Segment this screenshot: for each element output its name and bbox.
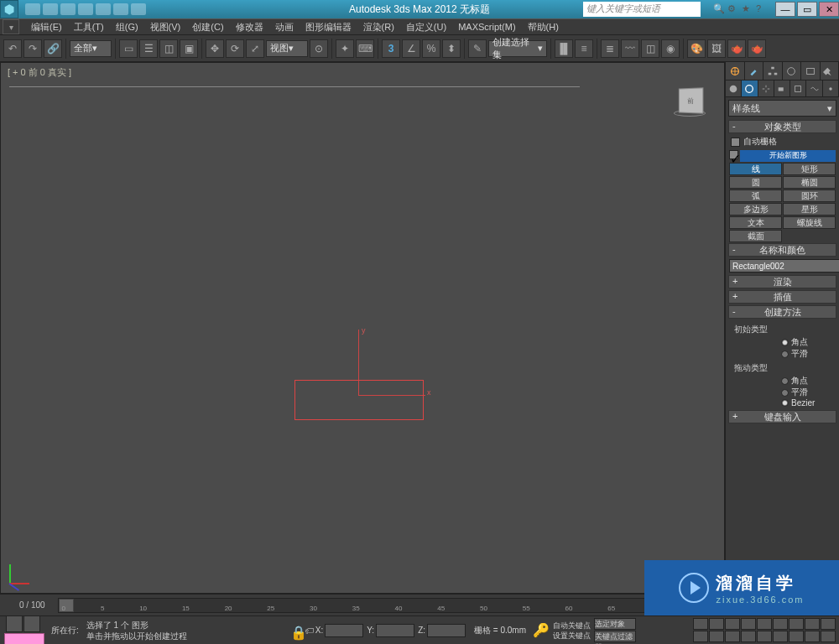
rollout-interp[interactable]: +插值	[728, 290, 836, 304]
select-name-icon[interactable]: ☰	[139, 39, 158, 58]
star-button[interactable]: 星形	[783, 203, 836, 216]
viewcube[interactable]: 前	[674, 88, 707, 122]
menu-help[interactable]: 帮助(H)	[522, 21, 565, 34]
helix-button[interactable]: 螺旋线	[783, 216, 836, 229]
qat-icon[interactable]: ?	[756, 3, 768, 15]
circle-button[interactable]: 圆	[729, 176, 782, 189]
link-icon[interactable]: 🔗	[44, 39, 62, 58]
lock-icon[interactable]: 🔒	[290, 625, 302, 636]
initial-corner-radio[interactable]: 角点	[736, 336, 829, 348]
rollout-namecolor[interactable]: -名称和颜色	[728, 243, 836, 257]
qat-icon[interactable]: ★	[742, 3, 753, 15]
nav-pan-icon[interactable]	[773, 618, 788, 630]
search-input[interactable]: 键入关键字或短语	[583, 2, 701, 17]
nav-icon[interactable]	[709, 631, 724, 642]
qat-icon[interactable]: ⚙	[727, 3, 739, 15]
nav-zoomext-icon[interactable]	[805, 618, 820, 630]
select-region-icon[interactable]: ◫	[159, 39, 178, 58]
status-btn[interactable]	[23, 615, 40, 632]
nav-icon[interactable]	[725, 631, 740, 642]
create-tab-icon[interactable]	[726, 62, 745, 80]
curve-editor-icon[interactable]: 〰	[621, 39, 639, 58]
type-dropdown[interactable]: 样条线▾	[728, 100, 836, 117]
drag-corner-radio[interactable]: 角点	[736, 375, 829, 387]
percent-snap-icon[interactable]: %	[422, 39, 440, 58]
text-button[interactable]: 文本	[729, 216, 782, 229]
key-icon[interactable]: 🔑	[533, 622, 550, 638]
nav-icon[interactable]	[821, 631, 836, 642]
nav-fov-icon[interactable]	[821, 618, 836, 630]
app-menu-icon[interactable]: ▾	[3, 19, 19, 34]
close-button[interactable]: ✕	[819, 2, 839, 17]
viewport[interactable]: [ + 0 前 0 真实 ] 前 yx	[0, 62, 725, 594]
startnew-button[interactable]: 开始新图形	[740, 150, 836, 162]
setkey-button[interactable]: 设置关键点	[553, 631, 591, 641]
menu-modifiers[interactable]: 修改器	[230, 21, 269, 34]
render-setup-icon[interactable]: 🎨	[687, 39, 706, 58]
minilistener[interactable]	[4, 633, 44, 644]
play-icon[interactable]	[725, 618, 740, 630]
motion-tab-icon[interactable]	[783, 62, 802, 80]
maximize-button[interactable]: ▭	[797, 2, 817, 17]
status-btn[interactable]	[6, 615, 23, 632]
play-end-icon[interactable]	[757, 618, 772, 630]
rectangle-button[interactable]: 矩形	[783, 163, 836, 175]
tag-icon[interactable]: 🏷	[305, 626, 314, 636]
drag-smooth-radio[interactable]: 平滑	[736, 387, 829, 398]
filter-dropdown[interactable]: 全部▾	[70, 40, 112, 57]
line-button[interactable]: 线	[729, 163, 782, 175]
rendered-frame-icon[interactable]: 🖼	[707, 39, 726, 58]
spinner-snap-icon[interactable]: ⬍	[442, 39, 461, 58]
editnamed-icon[interactable]: ✎	[468, 39, 487, 58]
keyboard-icon[interactable]: ⌨	[356, 39, 374, 58]
window-crossing-icon[interactable]: ▣	[180, 39, 198, 58]
move-icon[interactable]: ✥	[206, 39, 224, 58]
scale-icon[interactable]: ⤢	[246, 39, 264, 58]
display-tab-icon[interactable]	[801, 62, 821, 80]
refcoord-dropdown[interactable]: 视图▾	[266, 40, 308, 57]
timeconf-icon[interactable]	[693, 631, 708, 642]
drag-bezier-radio[interactable]: Bezier	[736, 398, 829, 408]
pivot-icon[interactable]: ⊙	[310, 39, 328, 58]
keymode-dropdown[interactable]: 选定对象	[594, 618, 636, 630]
play-next-icon[interactable]	[741, 618, 756, 630]
nav-icon[interactable]	[741, 631, 756, 642]
y-coord-input[interactable]	[376, 624, 414, 637]
shapes-subtab-icon[interactable]	[742, 80, 758, 96]
named-sel-dropdown[interactable]: 创建选择集▾	[488, 40, 547, 57]
nav-icon[interactable]	[757, 631, 772, 642]
menu-group[interactable]: 组(G)	[110, 21, 144, 34]
ngon-button[interactable]: 多边形	[729, 203, 782, 216]
x-coord-input[interactable]	[325, 624, 363, 637]
nav-maximize-icon[interactable]	[789, 631, 804, 642]
menu-render[interactable]: 渲染(R)	[357, 21, 400, 34]
layers-icon[interactable]: ≣	[601, 39, 619, 58]
arc-button[interactable]: 弧	[729, 190, 782, 202]
render-icon[interactable]: 🫖	[727, 39, 746, 58]
menu-tools[interactable]: 工具(T)	[68, 21, 110, 34]
nav-orbit-icon[interactable]	[773, 631, 788, 642]
modify-tab-icon[interactable]	[745, 62, 764, 80]
rotate-icon[interactable]: ⟳	[226, 39, 244, 58]
lights-subtab-icon[interactable]	[758, 80, 774, 96]
ellipse-button[interactable]: 椭圆	[783, 176, 836, 189]
qat-icon[interactable]: 🔍	[713, 3, 725, 15]
systems-subtab-icon[interactable]	[823, 80, 839, 96]
object-name-input[interactable]	[729, 259, 839, 273]
rollout-keyboard[interactable]: +键盘输入	[728, 410, 836, 423]
rectangle-object[interactable]	[294, 380, 424, 420]
spacewarps-subtab-icon[interactable]	[806, 80, 822, 96]
menu-view[interactable]: 视图(V)	[144, 21, 187, 34]
nav-zoom-icon[interactable]	[789, 618, 804, 630]
undo-icon[interactable]: ↶	[3, 39, 22, 58]
initial-smooth-radio[interactable]: 平滑	[736, 348, 829, 360]
snap-icon[interactable]: 3	[382, 39, 400, 58]
startnew-checkbox[interactable]: ✓	[729, 150, 738, 159]
material-icon[interactable]: ◉	[661, 39, 680, 58]
menu-animation[interactable]: 动画	[269, 21, 300, 34]
viewport-label[interactable]: [ + 0 前 0 真实 ]	[8, 66, 71, 79]
menu-customize[interactable]: 自定义(U)	[400, 21, 452, 34]
donut-button[interactable]: 圆环	[783, 190, 836, 202]
section-button[interactable]: 截面	[729, 230, 782, 242]
manipulate-icon[interactable]: ✦	[336, 39, 354, 58]
